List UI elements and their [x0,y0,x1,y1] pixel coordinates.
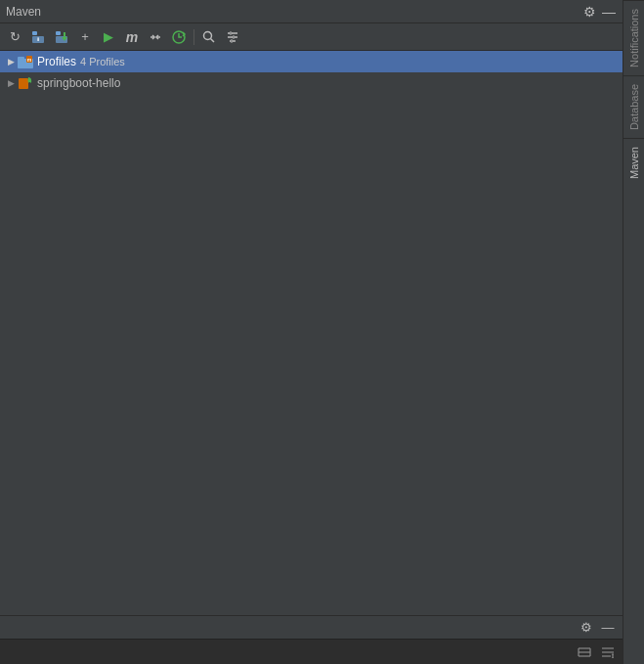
status-bar: ⚙ — [0,615,623,639]
svg-text:⬇: ⬇ [36,36,40,42]
arrow-springboot: ▶ [4,76,18,90]
profiles-badge: 4 Profiles [80,56,125,67]
status-minimize-button[interactable]: — [599,619,617,637]
title-bar-actions: ⚙ — [581,4,617,20]
tree-area: ▶ m Profiles 4 Profiles ▶ [0,51,623,615]
svg-rect-3 [56,31,61,35]
main-panel: Maven ⚙ — ↻ ⬇ + ▶ m [0,0,623,664]
tab-database[interactable]: Database [623,75,644,138]
svg-rect-0 [32,31,37,35]
title-minimize-button[interactable]: — [601,4,617,20]
toggle-skip-button[interactable] [145,26,166,48]
svg-point-13 [233,35,235,37]
import-button[interactable]: ⬇ [27,26,49,48]
download-button[interactable] [51,26,72,48]
arrow-profiles: ▶ [4,55,18,68]
generate-sources-button[interactable] [168,26,190,48]
find-button[interactable] [198,26,220,48]
folder-icon-profiles: m [18,54,33,69]
svg-point-14 [231,39,233,41]
svg-rect-16 [18,57,24,62]
svg-line-11 [211,38,215,42]
springboot-label: springboot-hello [37,76,120,90]
toolbar: ↻ ⬇ + ▶ m [0,23,623,51]
status-gear-button[interactable]: ⚙ [578,619,595,637]
profiles-label: Profiles [37,55,76,68]
refresh-button[interactable]: ↻ [4,26,25,48]
tree-item-profiles[interactable]: ▶ m Profiles 4 Profiles [0,51,623,72]
filter-button[interactable] [597,642,619,663]
toolbar-separator [193,29,194,45]
add-button[interactable]: + [74,26,96,48]
maven-project-icon [18,75,33,91]
tree-item-springboot[interactable]: ▶ springboot-hello [0,72,623,94]
tab-notifications[interactable]: Notifications [623,0,644,75]
title-gear-button[interactable]: ⚙ [581,4,597,20]
svg-point-10 [204,31,212,39]
svg-point-12 [230,31,232,33]
svg-rect-19 [19,78,28,89]
side-tabs: Notifications Database Maven [623,0,644,664]
window-title: Maven [6,5,41,19]
run-button[interactable]: ▶ [98,26,119,48]
list-view-button[interactable] [574,642,595,663]
maven-goal-button[interactable]: m [121,26,143,48]
bottom-strip [0,639,623,664]
title-bar: Maven ⚙ — [0,0,623,23]
svg-text:m: m [27,57,32,63]
maven-settings-button[interactable] [222,26,243,48]
tab-maven[interactable]: Maven [623,138,644,187]
